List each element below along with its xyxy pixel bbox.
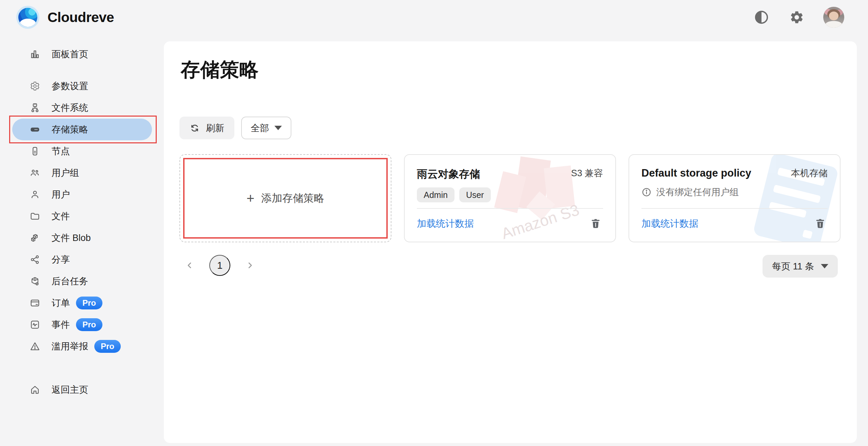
share-icon xyxy=(30,255,40,265)
load-stats-link[interactable]: 加载统计数据 xyxy=(417,217,474,230)
card-divider xyxy=(417,208,603,209)
pro-badge: Pro xyxy=(94,340,121,353)
per-page-label: 每页 11 条 xyxy=(772,260,814,272)
order-icon xyxy=(30,298,40,308)
sidebar-item-label: 文件系统 xyxy=(52,102,88,114)
chevron-down-icon xyxy=(821,264,828,268)
filter-dropdown[interactable]: 全部 xyxy=(241,117,291,139)
add-storage-policy-label: 添加存储策略 xyxy=(261,191,324,205)
sidebar-item-files[interactable]: 文件 xyxy=(12,205,152,227)
trash-icon xyxy=(814,218,826,229)
sidebar-item-background-tasks[interactable]: 后台任务 xyxy=(12,270,152,292)
sidebar-item-label: 后台任务 xyxy=(52,275,88,287)
user-icon xyxy=(30,189,40,200)
sidebar-item-label: 订单 xyxy=(52,297,70,309)
refresh-label: 刷新 xyxy=(206,122,224,134)
sidebar-item-label: 参数设置 xyxy=(52,80,88,92)
card-divider xyxy=(641,208,828,209)
filesystem-icon xyxy=(30,103,40,113)
sidebar-item-dashboard[interactable]: 面板首页 xyxy=(12,43,152,65)
cloudreve-logo-icon xyxy=(16,6,39,29)
delete-policy-button[interactable] xyxy=(813,216,828,231)
delete-policy-button[interactable] xyxy=(588,216,603,231)
folder-icon xyxy=(30,211,40,221)
dashboard-icon xyxy=(30,49,40,59)
theme-toggle-button[interactable] xyxy=(753,8,770,26)
toolbar: 刷新 全部 xyxy=(179,117,291,139)
node-icon xyxy=(30,146,40,156)
pro-badge: Pro xyxy=(76,297,102,309)
user-avatar[interactable] xyxy=(823,7,844,28)
sidebar-item-events[interactable]: 事件 Pro xyxy=(12,314,152,336)
background-task-icon xyxy=(30,276,40,286)
sidebar-item-label: 用户 xyxy=(52,188,70,201)
sidebar-item-label: 文件 xyxy=(52,210,70,222)
sidebar-item-back-home[interactable]: 返回主页 xyxy=(12,379,152,401)
card-footer: 加载统计数据 xyxy=(417,213,603,234)
sidebar-item-settings[interactable]: 参数设置 xyxy=(12,75,152,97)
page-number-button[interactable]: 1 xyxy=(209,255,230,276)
page-title: 存储策略 xyxy=(181,57,259,83)
group-badge: User xyxy=(459,187,491,202)
load-stats-link[interactable]: 加载统计数据 xyxy=(641,217,698,230)
topbar-actions xyxy=(753,7,844,28)
policy-note-text: 没有绑定任何用户组 xyxy=(656,186,739,198)
sidebar-item-users[interactable]: 用户 xyxy=(12,184,152,205)
add-storage-policy-card[interactable]: + 添加存储策略 xyxy=(179,154,391,242)
sidebar-item-abuse-reports[interactable]: 滥用举报 Pro xyxy=(12,336,152,357)
sidebar-item-user-groups[interactable]: 用户组 xyxy=(12,162,152,184)
policy-title: 雨云对象存储 xyxy=(417,167,480,181)
storage-policy-icon xyxy=(30,124,40,135)
sidebar-item-label: 存储策略 xyxy=(52,123,88,136)
next-page-button[interactable] xyxy=(245,261,255,270)
sidebar-item-file-blob[interactable]: 文件 Blob xyxy=(12,227,152,249)
storage-policy-card-s3[interactable]: Amazon S3 雨云对象存储 S3 兼容 Admin User 加载统计数据 xyxy=(404,154,616,242)
pagination: 1 xyxy=(185,255,255,276)
logo-globe xyxy=(18,8,37,27)
home-icon xyxy=(30,385,40,395)
avatar-detail xyxy=(825,21,842,28)
sidebar-nav: 面板首页 参数设置 文件系统 存储策略 xyxy=(0,34,164,401)
policy-type-label: S3 兼容 xyxy=(571,167,603,179)
sidebar-item-orders[interactable]: 订单 Pro xyxy=(12,292,152,314)
sidebar-item-nodes[interactable]: 节点 xyxy=(12,140,152,162)
pro-badge: Pro xyxy=(76,318,102,331)
card-footer: 加载统计数据 xyxy=(641,213,828,234)
sidebar-item-shares[interactable]: 分享 xyxy=(12,249,152,270)
filter-label: 全部 xyxy=(251,122,269,134)
policy-type-label: 本机存储 xyxy=(791,167,828,179)
group-badges: Admin User xyxy=(417,187,603,202)
event-icon xyxy=(30,320,40,330)
sidebar-item-label: 用户组 xyxy=(52,167,79,179)
sidebar-item-label: 分享 xyxy=(52,254,70,266)
per-page-dropdown[interactable]: 每页 11 条 xyxy=(763,255,838,278)
abuse-report-icon xyxy=(30,341,40,351)
refresh-icon xyxy=(190,123,200,133)
settings-button[interactable] xyxy=(788,8,806,26)
chevron-down-icon xyxy=(274,126,282,130)
gear-icon xyxy=(30,81,40,91)
main-panel: 存储策略 刷新 全部 + 添加存储策略 xyxy=(164,41,857,443)
refresh-button[interactable]: 刷新 xyxy=(179,117,234,139)
sidebar-item-label: 返回主页 xyxy=(52,384,88,396)
sidebar-item-filesystem[interactable]: 文件系统 xyxy=(12,97,152,119)
card-header: 雨云对象存储 S3 兼容 xyxy=(417,167,603,181)
sidebar-item-storage-policy[interactable]: 存储策略 xyxy=(12,119,152,140)
sidebar-item-label: 事件 xyxy=(52,319,70,331)
plus-icon: + xyxy=(247,191,254,205)
brand-title: Cloudreve xyxy=(47,9,114,25)
sidebar-item-label: 滥用举报 xyxy=(52,340,88,352)
avatar-detail xyxy=(829,12,838,20)
info-icon xyxy=(641,187,652,197)
gear-icon xyxy=(789,10,804,25)
blob-icon xyxy=(30,233,40,243)
sidebar-item-label: 节点 xyxy=(52,145,70,157)
storage-policy-card-local[interactable]: Default storage policy 本机存储 没有绑定任何用户组 加载… xyxy=(629,154,841,242)
sidebar-item-label: 文件 Blob xyxy=(52,232,91,244)
previous-page-button[interactable] xyxy=(185,261,194,270)
policy-title: Default storage policy xyxy=(641,167,751,179)
card-header: Default storage policy 本机存储 xyxy=(641,167,828,179)
add-storage-policy-inner: + 添加存储策略 xyxy=(247,191,324,205)
sidebar-item-label: 面板首页 xyxy=(52,48,88,60)
trash-icon xyxy=(590,218,601,229)
